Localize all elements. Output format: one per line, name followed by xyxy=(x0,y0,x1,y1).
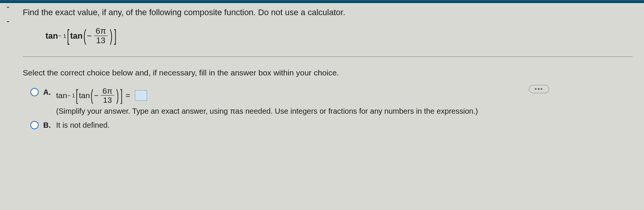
right-paren: ) xyxy=(110,26,113,46)
outer-exp: − 1 xyxy=(58,33,66,39)
outer-fn: tan xyxy=(45,31,58,41)
outer-fn-a: tan xyxy=(56,91,67,100)
fraction-a: 6π 13 xyxy=(101,86,114,104)
right-bracket: ] xyxy=(114,26,116,46)
left-bracket-a: [ xyxy=(76,86,78,105)
choice-a-hint: (Simplify your answer. Type an exact ans… xyxy=(56,107,478,116)
left-paren-a: ( xyxy=(91,86,93,105)
question-prompt: Find the exact value, if any, of the fol… xyxy=(23,8,633,17)
answer-input[interactable] xyxy=(135,90,147,101)
window-top-bar xyxy=(0,0,644,3)
inner-fn: tan xyxy=(70,31,83,41)
outer-exp-a: − 1 xyxy=(67,92,75,99)
ellipsis-icon: ••• xyxy=(535,86,544,92)
choice-a-label: A. xyxy=(43,88,52,97)
neg-sign-a: − xyxy=(94,91,99,100)
fraction: 6π 13 xyxy=(94,27,107,45)
left-bracket: [ xyxy=(67,26,69,46)
neg-sign: − xyxy=(87,31,92,41)
left-margin-mark xyxy=(7,7,9,22)
left-paren: ( xyxy=(83,26,86,46)
section-divider xyxy=(23,56,633,57)
choice-a-expression: tan − 1 [ tan ( − 6π 13 ) ] = xyxy=(56,86,478,104)
numerator: 6π xyxy=(94,27,107,36)
more-options-button[interactable]: ••• xyxy=(529,85,549,93)
right-bracket-a: ] xyxy=(121,86,123,105)
choice-b: B. It is not defined. xyxy=(30,119,633,130)
inner-fn-a: tan xyxy=(79,91,90,100)
right-paren-a: ) xyxy=(116,86,119,105)
denominator-a: 13 xyxy=(102,96,113,104)
denominator: 13 xyxy=(95,36,107,45)
radio-a[interactable] xyxy=(30,88,39,96)
numerator-a: 6π xyxy=(101,86,114,96)
question-expression: tan − 1 [ tan ( − 6π 13 ) ] xyxy=(45,27,633,45)
radio-b[interactable] xyxy=(30,121,39,129)
choice-instructions: Select the correct choice below and, if … xyxy=(23,68,633,77)
choice-b-label: B. xyxy=(43,121,52,130)
equals-a: = xyxy=(125,91,130,100)
choice-b-text: It is not defined. xyxy=(56,121,110,130)
